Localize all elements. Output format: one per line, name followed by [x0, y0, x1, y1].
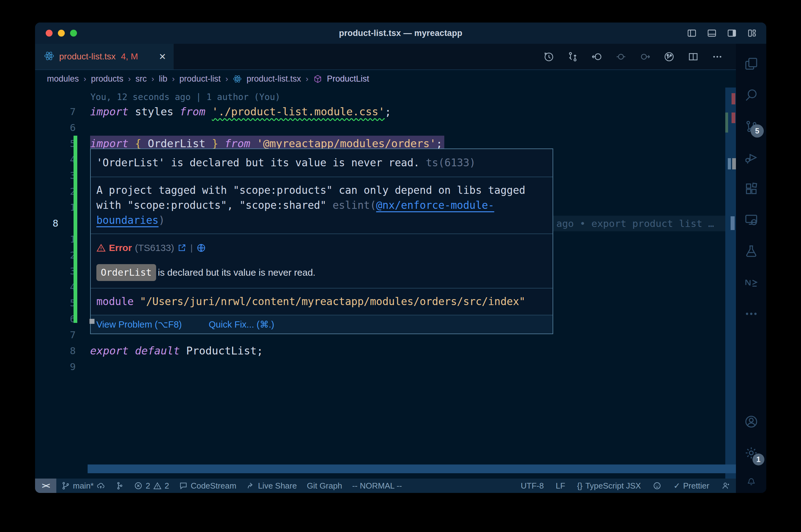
- git-graph-status-item[interactable]: Git Graph: [302, 478, 347, 493]
- open-external-icon[interactable]: [177, 243, 186, 252]
- remote-explorer-activity-icon[interactable]: [736, 205, 766, 236]
- breadcrumb-item[interactable]: modules: [47, 74, 79, 84]
- explorer-activity-icon[interactable]: [736, 48, 766, 79]
- branch-status-item[interactable]: main*: [56, 478, 110, 493]
- line-number: 4: [35, 279, 90, 295]
- tooltip-resize-handle[interactable]: [90, 319, 94, 324]
- eol-status-item[interactable]: LF: [550, 478, 571, 493]
- scrollbar-slider[interactable]: [731, 216, 735, 230]
- person-icon: [721, 481, 730, 490]
- code-line[interactable]: 9: [35, 359, 725, 375]
- vim-mode-status-item[interactable]: -- NORMAL --: [347, 478, 407, 493]
- inline-blame: ago • export product list …: [553, 218, 714, 229]
- vertical-scrollbar[interactable]: [725, 88, 736, 478]
- tab-close-icon[interactable]: ✕: [159, 52, 166, 62]
- prettier-status-item[interactable]: ✓ Prettier: [668, 478, 715, 493]
- customize-layout-icon[interactable]: [747, 28, 757, 38]
- clock-history-icon[interactable]: [543, 51, 554, 62]
- settings-gear-activity-icon[interactable]: 1: [736, 437, 766, 469]
- overview-mark-selection: [728, 158, 731, 169]
- line-number-gutter: 6: [35, 311, 90, 327]
- code-token: {: [135, 137, 141, 150]
- symbol-badge: OrderList: [96, 264, 156, 281]
- overview-mark-error: [731, 93, 735, 104]
- notifications-bell-icon[interactable]: [736, 469, 766, 493]
- toggle-panel-icon[interactable]: [707, 28, 717, 38]
- code-line[interactable]: 8 export default ProductList;: [35, 343, 725, 359]
- code-token: [205, 105, 212, 118]
- code-line-text[interactable]: import styles from './product-list.modul…: [90, 104, 391, 120]
- tab-filename: product-list.tsx: [59, 52, 116, 61]
- breadcrumb-item[interactable]: lib: [159, 74, 167, 84]
- test-beaker-activity-icon[interactable]: [736, 236, 766, 267]
- code-token: [205, 137, 212, 150]
- scm-badge: 5: [751, 125, 764, 137]
- rule-source-open: eslint(: [333, 199, 376, 211]
- settings-badge: 1: [752, 454, 764, 466]
- search-activity-icon[interactable]: [736, 79, 766, 111]
- nx-console-activity-icon[interactable]: [736, 267, 766, 298]
- breadcrumb-separator: ›: [151, 74, 154, 84]
- run-graph-icon[interactable]: [663, 51, 675, 62]
- code-token: ;: [385, 105, 391, 118]
- breadcrumb-item[interactable]: products: [91, 74, 124, 84]
- tab-product-list[interactable]: product-list.tsx 4, M ✕: [35, 44, 174, 70]
- globe-icon[interactable]: [197, 243, 206, 252]
- encoding-status-item[interactable]: UTF-8: [515, 478, 550, 493]
- toggle-sidebar-icon[interactable]: [687, 28, 697, 38]
- run-debug-activity-icon[interactable]: [736, 142, 766, 173]
- source-control-activity-icon[interactable]: 5: [736, 111, 766, 142]
- remote-indicator[interactable]: ><: [35, 478, 56, 493]
- line-number: 8: [35, 215, 90, 231]
- symbol-message: is declared but its value is never read.: [158, 265, 316, 280]
- editor-actions: [543, 44, 736, 70]
- language-label: TypeScript JSX: [585, 481, 641, 491]
- breadcrumb-item[interactable]: product-list.tsx: [247, 74, 301, 84]
- breadcrumb-separator: ›: [225, 74, 228, 84]
- breadcrumb-item[interactable]: src: [135, 74, 147, 84]
- code-line-text[interactable]: export default ProductList;: [90, 343, 263, 359]
- feedback-status-item[interactable]: [715, 478, 736, 493]
- error-circle-icon: [134, 481, 143, 490]
- account-activity-icon[interactable]: [736, 406, 766, 437]
- codestream-status-item[interactable]: CodeStream: [174, 478, 241, 493]
- breadcrumb-item[interactable]: product-list: [179, 74, 221, 84]
- problems-status-item[interactable]: 2 2: [129, 478, 174, 493]
- more-views-activity-icon[interactable]: [736, 298, 766, 329]
- toggle-secondary-sidebar-icon[interactable]: [727, 28, 737, 38]
- code-line[interactable]: 6: [35, 120, 725, 136]
- module-path: "/Users/juri/nrwl/content/myreactapp/mod…: [140, 296, 525, 308]
- branch-name: main*: [73, 481, 94, 491]
- line-number-gutter: 3: [35, 168, 90, 184]
- code-token: OrderList: [148, 137, 205, 150]
- tooltip-actions: View Problem (⌥F8) Quick Fix... (⌘.): [91, 315, 552, 334]
- line-number: 6: [35, 311, 90, 327]
- code-line[interactable]: 7 import styles from './product-list.mod…: [35, 104, 725, 120]
- line-number-gutter: 8: [35, 343, 90, 359]
- project-graph-status-item[interactable]: [110, 478, 129, 493]
- code-token: import: [90, 105, 129, 118]
- compare-changes-icon[interactable]: [567, 51, 578, 62]
- error-detail-section: Error (TS6133) | OrderList is declared b…: [91, 233, 552, 288]
- code-area[interactable]: You, 12 seconds ago | 1 author (You) 7 i…: [35, 88, 725, 478]
- live-share-status-item[interactable]: Live Share: [241, 478, 302, 493]
- language-status-item[interactable]: {} TypeScript JSX: [571, 478, 647, 493]
- vscode-window: product-list.tsx — myreactapp product-li…: [35, 22, 766, 493]
- quick-fix-link[interactable]: Quick Fix... (⌘.): [209, 319, 274, 330]
- line-number-gutter: 6: [35, 120, 90, 136]
- error-label: Error: [109, 240, 132, 255]
- horizontal-scrollbar[interactable]: [88, 464, 736, 473]
- split-editor-icon[interactable]: [688, 51, 699, 62]
- breadcrumb: modules › products › src › lib › product…: [35, 70, 736, 88]
- view-problem-link[interactable]: View Problem (⌥F8): [96, 319, 182, 330]
- extensions-activity-icon[interactable]: [736, 173, 766, 205]
- layout-controls: [687, 22, 757, 44]
- code-token: export: [90, 344, 129, 357]
- github-status-item[interactable]: [647, 478, 668, 493]
- breadcrumb-item[interactable]: ProductList: [327, 74, 369, 84]
- nav-back-icon[interactable]: [591, 51, 602, 62]
- warning-triangle-icon: [96, 243, 106, 252]
- vim-mode-label: -- NORMAL --: [352, 481, 402, 491]
- more-actions-icon[interactable]: [712, 51, 723, 62]
- code-token: ProductList;: [180, 344, 263, 357]
